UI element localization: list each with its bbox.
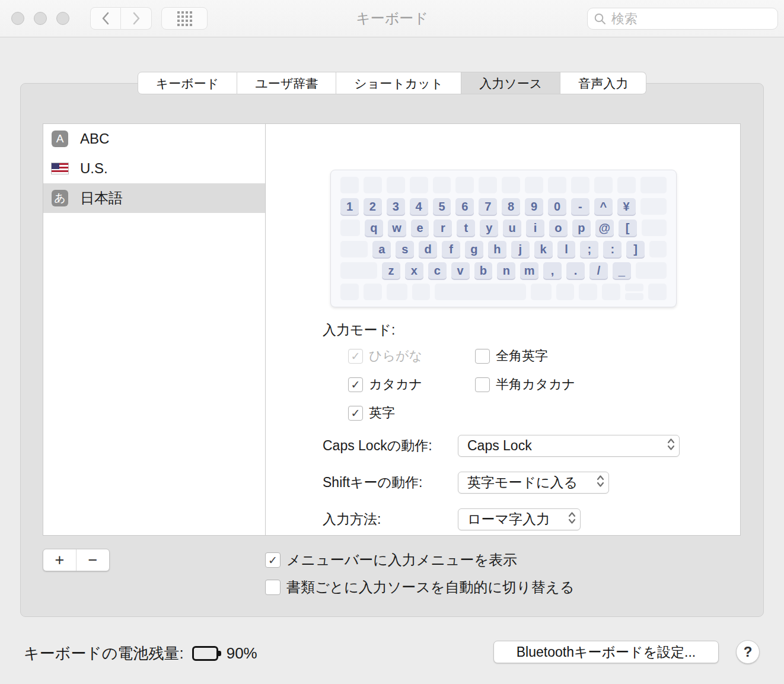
tab-shortcuts[interactable]: ショートカット: [336, 72, 461, 94]
blank-key: [502, 177, 520, 193]
key-;: ;: [580, 241, 598, 257]
blank-key: [387, 284, 407, 300]
key-u: u: [503, 219, 521, 236]
checkbox-checked-icon[interactable]: ✓: [348, 406, 363, 421]
key-[: [: [619, 219, 637, 236]
key-q: q: [365, 219, 383, 236]
key-@: @: [595, 219, 614, 236]
us-flag-icon: [51, 163, 69, 174]
add-input-source-button[interactable]: +: [43, 549, 76, 571]
show-all-preferences-button[interactable]: [161, 7, 208, 30]
select-value: 英字モードに入る: [467, 473, 578, 492]
search-field[interactable]: [587, 8, 778, 30]
blank-key: [556, 284, 575, 300]
checkbox-eiji[interactable]: ✓英字: [348, 405, 475, 421]
tab-dictation[interactable]: 音声入力: [560, 72, 646, 94]
forward-button[interactable]: [121, 7, 152, 30]
key-y: y: [480, 219, 498, 236]
input-source-abc[interactable]: AABC: [43, 124, 265, 154]
blank-key: [640, 177, 667, 193]
input-source-japanese[interactable]: あ日本語: [43, 183, 265, 213]
tab-user-dictionary[interactable]: ユーザ辞書: [237, 72, 336, 94]
checkbox-zenkaku-eiji[interactable]: 全角英字: [475, 348, 575, 364]
blank-key: [648, 284, 667, 300]
key-^: ^: [594, 198, 613, 215]
key-l: l: [557, 241, 576, 257]
chevron-right-icon: [132, 12, 141, 25]
key-8: 8: [502, 198, 520, 215]
key-_: _: [613, 262, 631, 279]
select-shift-key-action[interactable]: 英字モードに入る: [458, 472, 609, 494]
checkbox-label: ひらがな: [369, 347, 422, 365]
key-p: p: [572, 219, 591, 236]
blank-key: [479, 177, 497, 193]
help-button[interactable]: ?: [736, 640, 760, 664]
setting-row: Caps Lockの動作:Caps Lock: [323, 435, 680, 457]
checkbox-label: 英字: [369, 404, 395, 422]
setup-bluetooth-keyboard-button[interactable]: Bluetoothキーボードを設定...: [493, 641, 719, 663]
select-input-method[interactable]: ローマ字入力: [458, 508, 581, 530]
key-h: h: [488, 241, 506, 257]
input-source-us[interactable]: U.S.: [43, 154, 265, 183]
input-source-icon: A: [52, 131, 68, 147]
checkbox-checked-icon[interactable]: ✓: [348, 377, 363, 392]
tab-input-sources[interactable]: 入力ソース: [461, 72, 560, 94]
checkbox-unchecked-icon[interactable]: [475, 349, 490, 364]
blank-key: [525, 177, 543, 193]
close-window-button[interactable]: [11, 12, 24, 25]
blank-key: [602, 284, 620, 300]
select-caps-lock-action[interactable]: Caps Lock: [458, 435, 680, 457]
search-input[interactable]: [610, 11, 772, 27]
minimize-window-button[interactable]: [34, 12, 47, 25]
battery-label: キーボードの電池残量:: [24, 643, 184, 664]
checkbox-katakana[interactable]: ✓カタカナ: [348, 377, 475, 392]
checkbox-unchecked-icon[interactable]: [475, 377, 490, 392]
select-value: ローマ字入力: [467, 510, 550, 529]
blank-key: [531, 284, 552, 300]
input-source-label: U.S.: [80, 160, 108, 177]
checkbox-unchecked-icon[interactable]: [265, 580, 281, 595]
key-/: /: [589, 262, 608, 279]
blank-key: [642, 219, 667, 236]
checkbox-auto-switch-input-source[interactable]: 書類ごとに入力ソースを自動的に切り替える: [265, 578, 575, 597]
global-input-options: ✓メニューバーに入力メニューを表示書類ごとに入力ソースを自動的に切り替える: [265, 551, 575, 605]
key-9: 9: [525, 198, 543, 215]
keyboard-row: 1234567890-^¥: [338, 198, 669, 215]
blank-key: [433, 177, 451, 193]
battery-percent: 90%: [227, 644, 257, 663]
key-r: r: [434, 219, 452, 236]
key-d: d: [419, 241, 437, 257]
zoom-window-button[interactable]: [56, 12, 69, 25]
key-]: ]: [626, 241, 645, 257]
checkbox-hankaku-katakana[interactable]: 半角カタカナ: [475, 377, 575, 392]
remove-input-source-button[interactable]: −: [76, 549, 109, 571]
keyboard-row: asdfghjkl;:]: [338, 241, 669, 257]
checkbox-label: 書類ごとに入力ソースを自動的に切り替える: [286, 578, 575, 597]
battery-icon: [192, 646, 218, 661]
key-n: n: [497, 262, 515, 279]
key-6: 6: [455, 198, 474, 215]
blank-key: [340, 177, 359, 193]
nav-buttons: [90, 7, 152, 30]
setting-row: Shiftキーの動作:英字モードに入る: [323, 472, 680, 494]
blank-key: [617, 177, 636, 193]
checkbox-checked-icon[interactable]: ✓: [265, 552, 281, 568]
key-c: c: [428, 262, 447, 279]
blank-key: [579, 284, 597, 300]
key-7: 7: [479, 198, 497, 215]
blank-key: [412, 284, 431, 300]
key-.: .: [566, 262, 585, 279]
stepper-chevrons-icon: [595, 473, 605, 492]
input-source-label: 日本語: [80, 189, 123, 208]
checkbox-label: 全角英字: [496, 347, 548, 365]
key-0: 0: [548, 198, 566, 215]
checkbox-show-input-menu-in-menubar[interactable]: ✓メニューバーに入力メニューを表示: [265, 551, 575, 570]
key-4: 4: [410, 198, 428, 215]
tab-keyboard[interactable]: キーボード: [138, 72, 237, 94]
blank-key: [640, 198, 667, 215]
key-,: ,: [543, 262, 562, 279]
input-source-icon: あ: [52, 190, 68, 206]
back-button[interactable]: [90, 7, 121, 30]
key-5: 5: [433, 198, 451, 215]
key-k: k: [534, 241, 553, 257]
